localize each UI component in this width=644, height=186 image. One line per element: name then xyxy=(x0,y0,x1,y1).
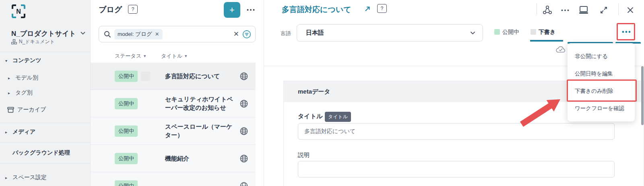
sidebar-item-archive[interactable]: アーカイブ xyxy=(7,106,46,113)
table-row[interactable]: 公開中 スペースロール（マーケター） xyxy=(91,117,256,145)
menu-item-unpublish[interactable]: 非公開にする xyxy=(568,48,635,65)
sidebar: N N_プロダクトサイト N_ドキュメント ▾ コンテンツ ▸ モデル別 ▸ タ… xyxy=(0,0,91,186)
org-row[interactable]: N_ドキュメント xyxy=(11,38,55,45)
column-header-title[interactable]: タイトル ▼ xyxy=(161,52,188,60)
caret-right-icon: ▸ xyxy=(8,76,12,80)
newt-logo-icon: N xyxy=(11,4,26,19)
title-field-badge: タイトル xyxy=(325,112,351,122)
help-book-icon[interactable]: ? xyxy=(377,4,387,13)
document-title: 多言語対応について xyxy=(282,4,351,15)
sidebar-item-space-settings[interactable]: ▸ スペース設定 xyxy=(5,174,47,181)
close-icon[interactable] xyxy=(625,5,636,15)
sidebar-item-by-tag[interactable]: ▸ タグ別 xyxy=(8,89,33,96)
status-badge: 公開中 xyxy=(115,180,138,186)
sidebar-item-media[interactable]: ▸ メディア xyxy=(5,128,35,136)
sidebar-item-background-jobs[interactable]: バックグラウンド処理 xyxy=(12,149,70,157)
draft-indicator-badge xyxy=(141,71,150,81)
caret-right-icon: ▸ xyxy=(5,176,9,180)
search-input[interactable]: model: ブログ ✕ ✕ xyxy=(99,26,256,42)
sort-caret-icon: ▼ xyxy=(184,54,188,58)
row-title: セキュリティホワイトペーパー改定のお知らせ xyxy=(165,95,237,113)
globe-icon xyxy=(239,127,248,136)
workspace-name[interactable]: N_プロダクトサイト xyxy=(11,29,76,38)
header-divider xyxy=(537,3,537,15)
language-label: 言語 xyxy=(281,30,291,37)
svg-text:N: N xyxy=(16,8,21,15)
external-link-icon[interactable] xyxy=(364,6,371,12)
menu-item-check-workflow[interactable]: ワークフローを確認 xyxy=(568,100,635,117)
header-divider xyxy=(618,3,619,15)
add-content-button[interactable]: + xyxy=(224,2,240,18)
org-name: N_ドキュメント xyxy=(19,38,55,45)
description-field-label: 説明 xyxy=(298,151,310,159)
preview-device-icon[interactable] xyxy=(578,5,589,15)
table-row[interactable]: 公開中 セキュリティホワイトペーパー改定のお知らせ xyxy=(91,90,256,117)
content-list-panel: ブログ ? + model: ブログ ✕ ✕ ステータス ▼ タイトル xyxy=(91,0,264,186)
language-value: 日本語 xyxy=(306,29,470,37)
row-title: スペースロール（マーケター） xyxy=(165,122,237,140)
sidebar-divider xyxy=(0,163,91,164)
org-icon xyxy=(11,39,17,44)
caret-right-icon: ▸ xyxy=(5,130,9,134)
webhook-icon[interactable] xyxy=(542,5,553,15)
published-swatch xyxy=(494,29,500,35)
tab-draft[interactable]: 下書き xyxy=(539,29,555,36)
title-field-input[interactable] xyxy=(298,123,615,140)
archive-icon xyxy=(7,107,14,113)
row-title: 機能紹介 xyxy=(165,154,237,163)
language-select[interactable]: 日本語 xyxy=(297,24,483,42)
help-book-icon[interactable]: ? xyxy=(128,5,138,14)
status-badge: 公開中 xyxy=(115,125,138,137)
workspace-chevron-icon[interactable] xyxy=(80,31,85,35)
list-title: ブログ xyxy=(99,4,122,15)
status-badge: 公開中 xyxy=(115,98,138,109)
globe-icon xyxy=(239,99,248,108)
autosave-cloud-icon xyxy=(555,45,566,54)
title-field-label: タイトル xyxy=(298,113,322,120)
sidebar-item-by-model[interactable]: ▸ モデル別 xyxy=(8,74,38,82)
sidebar-divider xyxy=(0,123,91,123)
expand-icon[interactable] xyxy=(598,5,609,15)
app-root: N N_プロダクトサイト N_ドキュメント ▾ コンテンツ ▸ モデル別 ▸ タ… xyxy=(0,0,644,186)
header-more-menu-icon[interactable] xyxy=(559,5,571,15)
caret-right-icon: ▸ xyxy=(8,91,12,95)
table-row[interactable]: 公開中 多言語対応について xyxy=(91,63,256,90)
sort-caret-icon: ▼ xyxy=(143,54,147,58)
document-actions-dropdown: 非公開にする 公開日時を編集 下書きのみ削除 ワークフローを確認 xyxy=(568,43,635,121)
active-tab-indicator xyxy=(530,40,563,42)
tab-published[interactable]: 公開中 xyxy=(502,29,519,36)
draft-swatch xyxy=(530,29,536,35)
search-clear-icon[interactable]: ✕ xyxy=(233,30,239,38)
scrollbar-thumb[interactable] xyxy=(641,66,644,125)
list-more-menu-icon[interactable] xyxy=(245,4,257,15)
status-badge: 公開中 xyxy=(115,71,138,82)
column-header-status[interactable]: ステータス ▼ xyxy=(115,52,147,60)
chip-remove-icon[interactable]: ✕ xyxy=(155,31,159,37)
sidebar-divider xyxy=(0,142,91,142)
chevron-down-icon xyxy=(470,31,475,35)
globe-icon xyxy=(239,72,248,81)
document-actions-menu-button[interactable] xyxy=(618,25,634,39)
search-icon xyxy=(104,31,111,38)
search-filter-icon[interactable] xyxy=(242,30,251,39)
globe-icon xyxy=(239,154,248,163)
caret-down-icon: ▾ xyxy=(5,59,9,63)
filter-chip-label: model: ブログ xyxy=(118,31,152,38)
menu-item-edit-publish-date[interactable]: 公開日時を編集 xyxy=(568,65,635,82)
description-field-input[interactable] xyxy=(298,161,615,178)
filter-chip[interactable]: model: ブログ ✕ xyxy=(114,29,163,40)
status-badge: 公開中 xyxy=(115,153,138,164)
menu-item-delete-draft-only[interactable]: 下書きのみ削除 xyxy=(568,82,635,100)
table-row[interactable]: 公開中 機能紹介 xyxy=(91,145,256,172)
table-row[interactable]: 公開中 xyxy=(91,172,256,186)
globe-icon xyxy=(239,182,248,186)
sidebar-divider xyxy=(0,52,91,52)
sidebar-item-contents[interactable]: ▾ コンテンツ xyxy=(5,57,41,64)
row-title: 多言語対応について xyxy=(165,72,237,81)
